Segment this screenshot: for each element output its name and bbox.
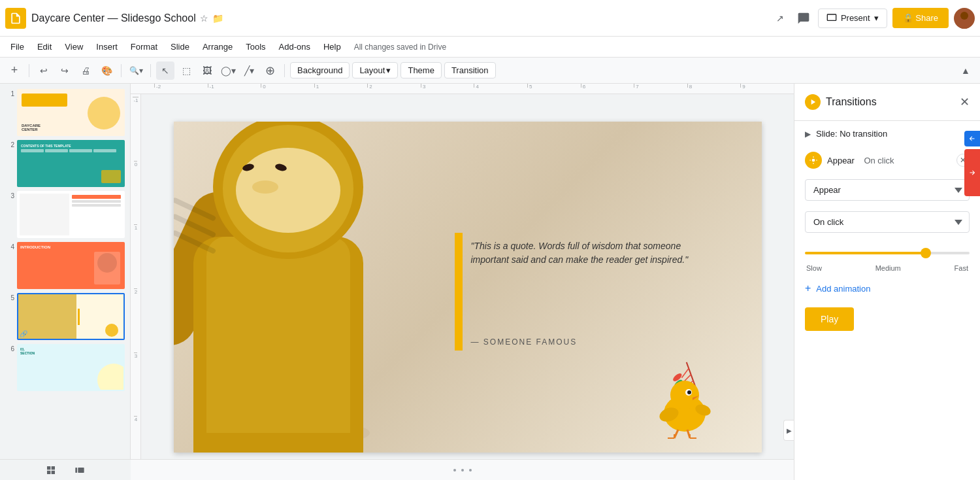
speed-section: Slow Medium Fast: [794, 238, 980, 275]
section-arrow: ▶: [805, 129, 811, 139]
add-animation-label: Add animation: [816, 284, 870, 294]
ruler-vertical: -1 0 1 2 3 4: [131, 94, 141, 480]
more-tool[interactable]: ⊕: [261, 61, 279, 80]
menu-insert[interactable]: Insert: [91, 39, 123, 54]
panel-title: Transitions: [826, 96, 877, 108]
slide-transition-section[interactable]: ▶ Slide: No transition: [794, 121, 980, 146]
main-area: 1 DAYCARECENTER 2 CONTENTS OF THIS TEMPL…: [0, 84, 980, 480]
frame-tool[interactable]: ⬚: [177, 61, 195, 80]
redo-button[interactable]: ↪: [56, 61, 74, 80]
panel-header: Transitions ✕: [794, 84, 980, 121]
panel-expand-button[interactable]: ▶: [783, 420, 794, 441]
slide-image-2[interactable]: CONTENTS OF THIS TEMPLATE: [17, 140, 125, 187]
svg-rect-25: [78, 468, 84, 473]
title-bar: Daycare Center — Slidesgo School ☆ 📁 ↗ P…: [0, 0, 980, 37]
play-button-row: Play: [794, 302, 980, 336]
toolbar: + ↩ ↪ 🖨 🎨 🔍▾ ↖ ⬚ 🖼 ◯▾ ╱▾ ⊕ Background La…: [0, 58, 980, 84]
speed-medium-label: Medium: [875, 264, 901, 272]
toolbar-sep-1: [29, 64, 29, 77]
grid-view-button[interactable]: [42, 461, 60, 479]
collapse-toolbar-button[interactable]: ▲: [956, 61, 975, 80]
svg-rect-0: [827, 14, 836, 20]
slide-image-4[interactable]: INTRODUCTION: [17, 242, 125, 289]
speed-labels: Slow Medium Fast: [805, 264, 970, 272]
speed-slider[interactable]: [805, 252, 970, 254]
svg-point-2: [958, 20, 971, 29]
add-anim-plus-icon: +: [805, 283, 811, 294]
menu-help[interactable]: Help: [318, 39, 346, 54]
play-button[interactable]: Play: [805, 307, 854, 331]
transition-button[interactable]: Transition: [444, 62, 496, 78]
slide-thumb-2[interactable]: 2 CONTENTS OF THIS TEMPLATE: [5, 140, 125, 187]
folder-icon[interactable]: 📁: [212, 13, 223, 24]
menu-edit[interactable]: Edit: [32, 39, 57, 54]
add-animation-button[interactable]: + Add animation: [794, 275, 980, 302]
slide-image-3[interactable]: [17, 191, 125, 238]
app-logo[interactable]: [5, 8, 26, 29]
slide-image-1[interactable]: DAYCARECENTER: [17, 89, 125, 136]
menu-file[interactable]: File: [5, 39, 29, 54]
svg-point-23: [812, 159, 815, 162]
menu-slide[interactable]: Slide: [165, 39, 195, 54]
present-button[interactable]: Present ▾: [818, 9, 887, 28]
blue-side-icon[interactable]: [964, 131, 980, 146]
image-tool[interactable]: 🖼: [198, 61, 216, 80]
print-button[interactable]: 🖨: [76, 61, 95, 80]
menu-bar: File Edit View Insert Format Slide Arran…: [0, 37, 980, 58]
slide-thumb-1[interactable]: 1 DAYCARECENTER: [5, 89, 125, 136]
bottom-dot-3: [469, 469, 472, 471]
toolbar-sep-4: [284, 64, 285, 77]
layout-button[interactable]: Layout ▾: [352, 62, 398, 78]
slide-thumb-4[interactable]: 4 INTRODUCTION: [5, 242, 125, 289]
doc-title[interactable]: Daycare Center — Slidesgo School: [31, 12, 196, 24]
slide-image-5[interactable]: 🔗: [17, 293, 125, 340]
select-tool[interactable]: ↖: [156, 61, 174, 80]
undo-button[interactable]: ↩: [35, 61, 53, 80]
share-button[interactable]: 🔒 Share: [892, 8, 949, 28]
svg-point-1: [960, 12, 968, 20]
slide-image-6[interactable]: 01.SECTION: [17, 344, 125, 391]
star-icon[interactable]: ☆: [200, 13, 208, 24]
svg-point-11: [670, 381, 699, 409]
zoom-button[interactable]: 🔍▾: [127, 61, 145, 80]
quote-yellow-bar: [455, 233, 463, 351]
bottom-dot-1: [453, 469, 456, 471]
slide-thumb-5[interactable]: 5 🔗: [5, 293, 125, 340]
appear-dropdown[interactable]: Appear Fade in Fly in from left Fly in f…: [805, 179, 970, 201]
transitions-panel: Transitions ✕ ▶ Slide: No transition App…: [794, 84, 980, 480]
quote-text: "This is a quote. Words full of wisdom t…: [471, 239, 700, 267]
canvas-area: -2 -1 0 1 2 3 4 5 6 7 8 9 -1 0 1: [131, 84, 794, 480]
menu-view[interactable]: View: [59, 39, 88, 54]
appear-dropdown-row: Appear Fade in Fly in from left Fly in f…: [794, 174, 980, 206]
theme-button[interactable]: Theme: [400, 62, 441, 78]
background-button[interactable]: Background: [290, 62, 350, 78]
slide-thumb-3[interactable]: 3: [5, 191, 125, 238]
slide-panel: 1 DAYCARECENTER 2 CONTENTS OF THIS TEMPL…: [0, 84, 131, 480]
quote-author: — SOMEONE FAMOUS: [471, 337, 578, 347]
menu-addons[interactable]: Add-ons: [274, 39, 316, 54]
paint-format-button[interactable]: 🎨: [97, 61, 116, 80]
menu-tools[interactable]: Tools: [240, 39, 270, 54]
slide-thumb-6[interactable]: 6 01.SECTION: [5, 344, 125, 391]
bottom-bar: [131, 459, 794, 480]
trend-icon[interactable]: ↗: [771, 9, 789, 27]
menu-arrange[interactable]: Arrange: [197, 39, 238, 54]
toolbar-sep-3: [150, 64, 151, 77]
slide-main: "This is a quote. Words full of wisdom t…: [174, 122, 762, 453]
add-button[interactable]: +: [5, 61, 24, 80]
on-click-dropdown[interactable]: On click After previous With previous: [805, 211, 970, 233]
filmstrip-view-button[interactable]: [71, 461, 89, 479]
red-side-icon[interactable]: [964, 149, 980, 196]
slide-canvas[interactable]: "This is a quote. Words full of wisdom t…: [141, 94, 794, 480]
avatar[interactable]: [954, 8, 975, 29]
bottom-dot-2: [461, 469, 464, 471]
transitions-icon: [805, 94, 821, 110]
menu-format[interactable]: Format: [125, 39, 163, 54]
shape-tool[interactable]: ◯▾: [219, 61, 237, 80]
animation-icon: [805, 152, 822, 169]
panel-close-button[interactable]: ✕: [960, 95, 970, 109]
chat-icon[interactable]: [794, 9, 813, 27]
doc-title-area: Daycare Center — Slidesgo School ☆ 📁: [31, 12, 771, 24]
line-tool[interactable]: ╱▾: [240, 61, 258, 80]
on-click-dropdown-row: On click After previous With previous: [794, 206, 980, 238]
